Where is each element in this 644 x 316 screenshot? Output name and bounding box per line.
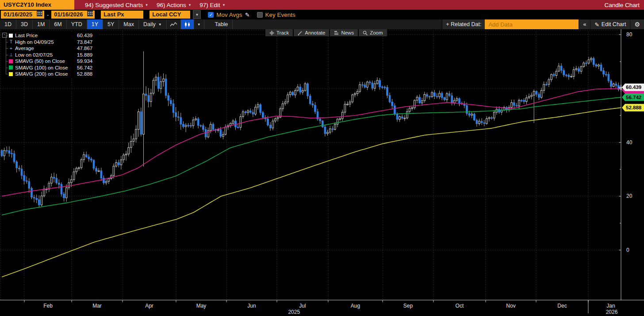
menu-edit[interactable]: 97) Edit ▾ [195, 2, 229, 8]
range-tab-6m[interactable]: 6M [50, 19, 66, 29]
svg-text:Sep: Sep [403, 303, 413, 309]
svg-text:Apr: Apr [145, 303, 153, 309]
menu-label: 94) Suggested Charts [85, 2, 143, 8]
legend-label: Last Price [15, 33, 77, 38]
smavg-100-line [2, 97, 621, 215]
collapse-panel-button[interactable]: « [579, 19, 590, 29]
edit-chart-label: Edit Chart [602, 21, 626, 27]
legend-row[interactable]: Last Price60.439 [4, 32, 97, 39]
legend-tree-stub [4, 32, 9, 39]
range-tab-1m[interactable]: 1M [33, 19, 50, 29]
chart-tools-bar: Track Annotate News Zoom [265, 29, 387, 36]
related-data-label: + Related Dat: [442, 19, 485, 29]
range-tab-max[interactable]: Max [119, 19, 139, 29]
range-tab-5y[interactable]: 5Y [103, 19, 119, 29]
news-label: News [341, 30, 354, 35]
news-icon [334, 31, 339, 35]
svg-text:Mar: Mar [92, 303, 102, 309]
legend-row[interactable]: THigh on 04/09/2573.847 [4, 39, 97, 46]
chart-panel[interactable]: 020406080FebMarAprMayJunJulAugSepOctNovD… [0, 29, 644, 316]
high-marker-icon: T [9, 39, 13, 44]
key-events-checkbox[interactable]: Key Events [257, 12, 295, 18]
legend-icon [9, 72, 15, 76]
range-tab-1y[interactable]: 1Y [87, 19, 103, 29]
currency-selector[interactable]: Local CCY [150, 11, 190, 19]
track-button[interactable]: Track [265, 29, 293, 36]
zoom-button[interactable]: Zoom [359, 29, 387, 36]
svg-text:40: 40 [626, 139, 632, 146]
price-field-selector[interactable]: Last Px [101, 11, 143, 19]
annotate-label: Annotate [305, 30, 325, 35]
chart-toolbar-row: 1D 3D 1M 6M YTD 1Y 5Y Max Daily ▼ ▼ Tabl… [0, 19, 644, 29]
menu-label: 96) Actions [157, 2, 186, 8]
candle-chart-icon [184, 22, 191, 27]
svg-text:May: May [196, 303, 207, 309]
annotate-pencil-icon [298, 31, 303, 35]
legend-label: SMAVG (200) on Close [15, 71, 77, 77]
annotate-button[interactable]: Annotate [294, 29, 329, 36]
date-to-field[interactable]: 01/16/2026 [51, 11, 95, 19]
news-button[interactable]: News [330, 29, 358, 36]
mov-avgs-label: Mov Avgs [216, 12, 242, 18]
smavg-200-line [2, 108, 621, 277]
period-label: Daily [143, 21, 156, 27]
mov-avgs-checkbox[interactable]: Mov Avgs ✎ [208, 12, 249, 18]
avg-marker-icon: + [9, 46, 13, 51]
chevron-down-icon: ▼ [158, 23, 162, 27]
date-from-field[interactable]: 01/16/2025 [1, 11, 44, 19]
legend-value: 60.439 [77, 33, 97, 38]
chart-settings-button[interactable]: ⚙ [630, 19, 644, 29]
range-tab-1d[interactable]: 1D [0, 19, 16, 29]
svg-text:52.888: 52.888 [626, 105, 642, 110]
legend-value: 47.867 [77, 46, 97, 51]
currency-dropdown-button[interactable]: ▼ [193, 10, 201, 19]
period-selector[interactable]: Daily ▼ [139, 19, 167, 29]
legend-row[interactable]: ⊥Low on 02/07/2515.889 [4, 52, 97, 58]
menu-suggested-charts[interactable]: 94) Suggested Charts ▾ [80, 2, 152, 8]
svg-text:80: 80 [626, 31, 632, 38]
legend-row[interactable]: SMAVG (100) on Close56.742 [4, 65, 97, 71]
calendar-icon[interactable] [87, 11, 93, 19]
legend-value: 73.847 [77, 39, 97, 45]
legend-icon [9, 66, 15, 69]
line-chart-icon [170, 22, 177, 27]
svg-text:Feb: Feb [43, 303, 53, 309]
legend-tree-stub [4, 39, 9, 46]
menu-actions[interactable]: 96) Actions ▾ [152, 2, 195, 8]
date-to-value: 01/16/2026 [54, 11, 83, 19]
legend-tree-stub [4, 65, 9, 71]
chevron-down-icon: ▾ [189, 3, 191, 7]
key-events-label: Key Events [265, 12, 295, 18]
calendar-icon[interactable] [37, 11, 42, 19]
line-chart-type-button[interactable] [167, 19, 181, 29]
range-tab-3d[interactable]: 3D [16, 19, 33, 29]
pencil-icon[interactable]: ✎ [245, 12, 250, 18]
svg-text:60.439: 60.439 [626, 85, 641, 90]
toolbar-right-cluster: + Related Dat: « ✎ Edit Chart ⚙ [442, 19, 644, 29]
legend-row[interactable]: SMAVG (200) on Close52.888 [4, 71, 97, 77]
legend-label: SMAVG (50) on Close [15, 58, 77, 64]
range-tab-ytd[interactable]: YTD [67, 19, 87, 29]
chart-legend[interactable]: − Last Price60.439THigh on 04/09/2573.84… [3, 31, 99, 79]
legend-value: 52.888 [77, 71, 97, 77]
add-data-input[interactable] [485, 19, 579, 29]
legend-row[interactable]: +Average47.867 [4, 45, 97, 52]
legend-icon: + [9, 46, 15, 51]
legend-value: 15.889 [77, 52, 97, 58]
legend-tree-stub [4, 71, 9, 77]
edit-chart-button[interactable]: ✎ Edit Chart [590, 19, 630, 29]
legend-row[interactable]: SMAVG (50) on Close59.934 [4, 58, 97, 65]
svg-text:56.742: 56.742 [626, 95, 641, 100]
security-ticker-field[interactable]: USYC2Y10 Index [0, 0, 74, 10]
table-button[interactable]: Table [211, 19, 233, 29]
checkbox-checked-icon [208, 12, 214, 18]
chevron-down-icon: ▼ [197, 23, 201, 27]
chart-type-dropdown[interactable]: ▼ [194, 19, 204, 29]
candle-chart-type-button[interactable] [181, 19, 194, 29]
legend-label: Low on 02/07/25 [15, 52, 77, 58]
legend-label: SMAVG (100) on Close [15, 65, 77, 70]
bloomberg-terminal-window: USYC2Y10 Index 94) Suggested Charts ▾ 96… [0, 0, 644, 316]
svg-text:2026: 2026 [606, 309, 618, 315]
gear-icon: ⚙ [634, 21, 640, 28]
svg-text:Oct: Oct [456, 303, 464, 309]
